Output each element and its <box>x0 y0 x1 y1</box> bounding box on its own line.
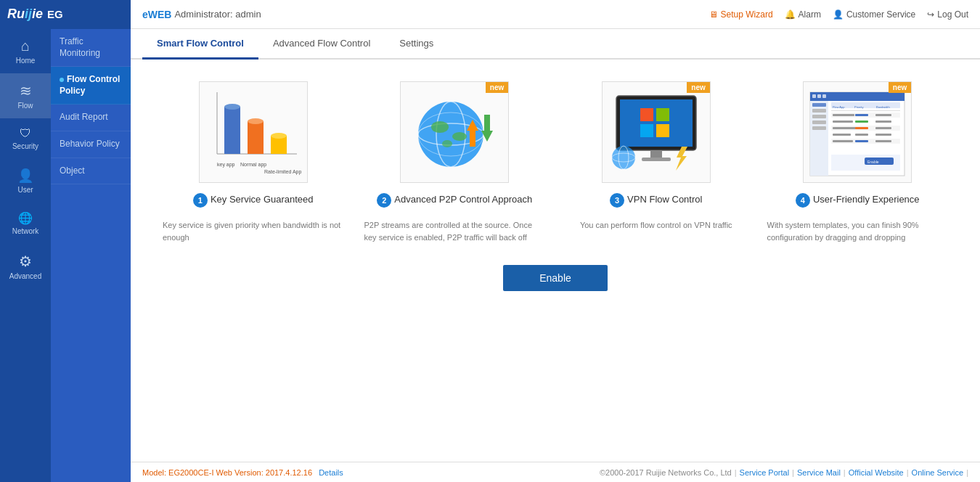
feature-image-4: new <box>803 81 912 183</box>
home-icon: ⌂ <box>21 38 30 54</box>
svg-rect-3 <box>224 107 240 154</box>
svg-rect-46 <box>812 126 826 130</box>
svg-rect-39 <box>817 94 821 98</box>
feature-card-3: new <box>563 81 750 243</box>
svg-text:Rate-limited App: Rate-limited App <box>264 169 301 175</box>
svg-rect-68 <box>855 134 868 136</box>
feature-title-3: VPN Flow Control <box>627 193 702 206</box>
sidebar-item-network[interactable]: 🌐 Network <box>0 203 51 244</box>
svg-text:Flow App: Flow App <box>833 105 845 109</box>
new-badge-3: new <box>687 82 709 93</box>
svg-rect-40 <box>822 94 826 98</box>
feature-title-row-4: 4 User-Friendly Experience <box>796 193 920 213</box>
feature-title-row-2: 2 Advanced P2P Control Approach <box>377 193 532 213</box>
svg-rect-61 <box>833 120 853 123</box>
svg-rect-67 <box>833 134 851 136</box>
logo-ruijie: Ruijie <box>7 7 43 22</box>
svg-rect-38 <box>812 94 816 98</box>
nav-sub: Traffic Monitoring Flow Control Policy A… <box>51 29 131 482</box>
sub-item-traffic-monitoring[interactable]: Traffic Monitoring <box>51 29 131 67</box>
sub-item-audit-report[interactable]: Audit Report <box>51 105 131 131</box>
svg-point-6 <box>248 118 264 124</box>
footer-service-mail[interactable]: Service Mail <box>797 468 841 477</box>
footer-official-website[interactable]: Official Website <box>849 468 904 477</box>
new-badge-2: new <box>486 82 508 93</box>
svg-rect-64 <box>833 127 856 129</box>
sub-item-behavior-policy[interactable]: Behavior Policy <box>51 131 131 158</box>
monitor-svg <box>605 85 707 179</box>
enable-button[interactable]: Enable <box>503 265 608 291</box>
svg-rect-28 <box>656 124 669 137</box>
svg-rect-54 <box>831 145 900 150</box>
svg-text:key app: key app <box>217 162 235 168</box>
sidebar-item-user[interactable]: 👤 User <box>0 159 51 203</box>
sub-item-object[interactable]: Object <box>51 158 131 185</box>
footer-model-info: Model: EG2000CE-I Web Version: 2017.4.12… <box>142 468 343 477</box>
logout-label: Log Out <box>937 9 968 20</box>
feature-num-2: 2 <box>377 193 391 208</box>
svg-text:Priority: Priority <box>854 105 863 109</box>
svg-rect-72 <box>875 140 891 142</box>
feature-desc-1: Key service is given priority when bandw… <box>160 219 347 243</box>
svg-rect-65 <box>855 127 868 129</box>
svg-rect-27 <box>640 124 653 137</box>
footer-details-link[interactable]: Details <box>319 468 343 477</box>
svg-rect-24 <box>620 99 693 147</box>
feature-title-row-3: 3 VPN Flow Control <box>610 193 702 213</box>
svg-point-4 <box>224 104 240 110</box>
feature-desc-4: With system templates, you can finish 90… <box>764 219 952 243</box>
chart-svg: key app Normal app Rate-limited App <box>203 85 304 179</box>
footer-right: ©2000-2017 Ruijie Networks Co., Ltd | Se… <box>600 468 968 477</box>
footer-service-portal[interactable]: Service Portal <box>740 468 789 477</box>
footer-copyright: ©2000-2017 Ruijie Networks Co., Ltd <box>600 468 732 477</box>
svg-rect-42 <box>812 103 826 107</box>
svg-rect-69 <box>875 134 891 136</box>
advanced-label: Advanced <box>9 272 41 280</box>
svg-rect-70 <box>833 140 853 142</box>
svg-rect-5 <box>248 121 264 154</box>
feature-card-1: key app Normal app Rate-limited App 1 Ke… <box>160 81 347 243</box>
nav-icons: ⌂ Home ≋ Flow 🛡 Security 👤 User 🌐 Networ… <box>0 29 51 482</box>
alarm-label: Alarm <box>799 9 821 20</box>
svg-point-19 <box>442 140 452 147</box>
feature-title-row-1: 1 Key Service Guaranteed <box>193 193 314 213</box>
logout-button[interactable]: ↪ Log Out <box>927 9 968 20</box>
tab-advanced-flow[interactable]: Advanced Flow Control <box>258 29 385 60</box>
footer-online-service[interactable]: Online Service <box>912 468 964 477</box>
advanced-icon: ⚙ <box>19 253 32 270</box>
sidebar-item-flow[interactable]: ≋ Flow <box>0 73 51 118</box>
alarm-button[interactable]: 🔔 Alarm <box>785 9 821 20</box>
tab-settings[interactable]: Settings <box>385 29 448 60</box>
sidebar-item-home[interactable]: ⌂ Home <box>0 29 51 73</box>
setup-wizard-button[interactable]: 🖥 Setup Wizard <box>709 9 773 20</box>
feature-title-2: Advanced P2P Control Approach <box>394 193 532 206</box>
svg-rect-62 <box>855 120 868 123</box>
svg-text:Bandwidth: Bandwidth <box>876 105 890 109</box>
svg-point-18 <box>452 132 467 141</box>
network-icon: 🌐 <box>18 211 33 225</box>
svg-rect-66 <box>875 127 891 129</box>
header-actions: 🖥 Setup Wizard 🔔 Alarm 👤 Customer Servic… <box>709 9 968 20</box>
logout-icon: ↪ <box>927 9 934 20</box>
logo: Ruijie EG <box>0 0 131 29</box>
svg-rect-59 <box>855 114 868 116</box>
new-badge-4: new <box>889 82 911 93</box>
logo-eg: EG <box>47 8 63 20</box>
setup-wizard-icon: 🖥 <box>709 9 718 20</box>
admin-label: Administrator: admin <box>174 9 261 20</box>
svg-rect-71 <box>855 140 868 142</box>
sidebar-item-advanced[interactable]: ⚙ Advanced <box>0 244 51 289</box>
svg-point-8 <box>271 133 287 139</box>
footer: Model: EG2000CE-I Web Version: 2017.4.12… <box>131 462 980 482</box>
user-label: User <box>17 186 33 194</box>
setup-wizard-label: Setup Wizard <box>721 9 773 20</box>
user-icon: 👤 <box>17 168 33 184</box>
customer-service-button[interactable]: 👤 Customer Service <box>833 9 915 20</box>
tab-smart-flow[interactable]: Smart Flow Control <box>142 29 258 60</box>
sub-item-flow-control-policy[interactable]: Flow Control Policy <box>51 67 131 105</box>
svg-text:Normal app: Normal app <box>240 162 266 168</box>
tabs: Smart Flow Control Advanced Flow Control… <box>131 29 980 60</box>
security-icon: 🛡 <box>20 127 31 140</box>
sidebar-item-security[interactable]: 🛡 Security <box>0 118 51 159</box>
eweb-label: eWEB <box>142 9 171 20</box>
